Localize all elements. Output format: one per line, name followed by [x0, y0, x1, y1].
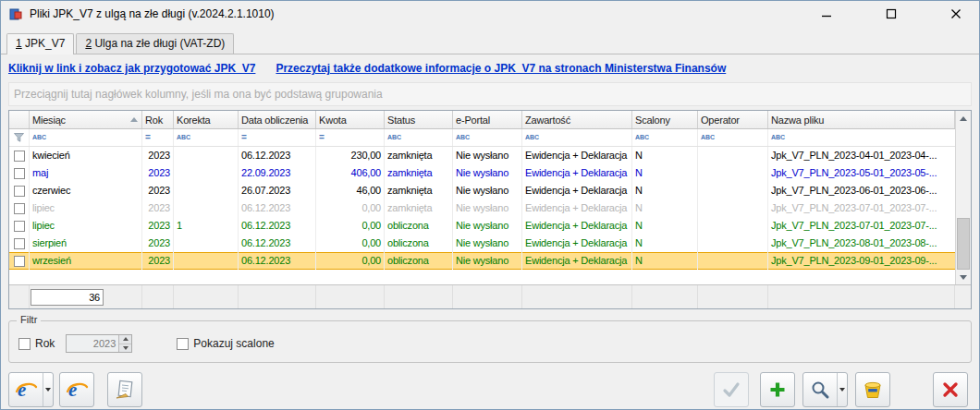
cell-operator [698, 252, 768, 270]
sort-ascending-icon [130, 117, 138, 122]
checkbox-box[interactable] [18, 338, 31, 350]
open-jpk-button[interactable]: e [59, 372, 94, 407]
group-by-panel[interactable]: Przeciągnij tutaj nagłówek kolumny, jeśl… [8, 82, 972, 106]
row-select-cell[interactable] [9, 252, 30, 270]
table-row[interactable]: sierpień202306.12.20230,00obliczonaNie w… [9, 235, 955, 252]
minimize-button[interactable] [813, 4, 840, 24]
column-header-kwota[interactable]: Kwota [316, 111, 385, 128]
scroll-thumb[interactable] [957, 218, 970, 270]
cell-e-portal: Nie wysłano [453, 164, 522, 182]
filter-cell-e-portal[interactable]: ABC [453, 129, 522, 146]
row-checkbox[interactable] [14, 151, 25, 162]
export-jpk-button[interactable]: e [8, 372, 54, 407]
column-header-zawartosc[interactable]: Zawartość [522, 111, 632, 128]
vertical-scrollbar[interactable] [955, 111, 971, 284]
cell-operator [698, 164, 768, 182]
filter-cell-korekta[interactable]: ABC [174, 129, 239, 146]
spin-down-button[interactable] [119, 344, 131, 353]
column-header-korekta[interactable]: Korekta [174, 111, 239, 128]
scroll-track[interactable] [956, 126, 971, 270]
cell-data-obliczenia: 06.12.2023 [239, 199, 316, 217]
row-checkbox[interactable] [14, 256, 25, 267]
filter-cell-kwota[interactable]: = [316, 129, 385, 146]
row-select-cell[interactable] [9, 147, 30, 164]
column-header-status[interactable]: Status [385, 111, 453, 128]
plus-icon [761, 373, 794, 406]
abc-filter-icon: ABC [387, 129, 401, 146]
tab-jpk-v7[interactable]: 1 JPK_V7 [6, 33, 74, 54]
row-checkbox[interactable] [14, 168, 25, 179]
table-row[interactable]: wrzesień202306.12.20230,00obliczonaNie w… [9, 252, 955, 270]
column-title: Kwota [319, 115, 347, 126]
row-select-cell[interactable] [9, 217, 30, 235]
filter-cell-scalony[interactable]: ABC [632, 129, 698, 146]
row-checkbox[interactable] [14, 238, 25, 249]
spin-up-button[interactable] [119, 335, 131, 344]
filter-cell-data-obliczenia[interactable]: = [239, 129, 316, 146]
link-how-to-prepare-jpk[interactable]: Kliknij w link i zobacz jak przygotować … [8, 62, 255, 75]
filter-row-indicator-cell[interactable] [9, 129, 30, 146]
column-header-operator[interactable]: Operator [698, 111, 768, 128]
add-button[interactable] [760, 372, 795, 407]
rok-checkbox-label: Rok [35, 337, 55, 350]
filter-cell-rok[interactable]: = [142, 129, 174, 146]
filter-cell-zawartosc[interactable]: ABC [522, 129, 632, 146]
filter-cell-operator[interactable]: ABC [698, 129, 768, 146]
rok-spinner-value: 2023 [67, 335, 118, 352]
link-ministry-info[interactable]: Przeczytaj także dodatkowe informacje o … [276, 62, 726, 75]
checkbox-box[interactable] [177, 338, 189, 350]
pokazuj-scalone-checkbox[interactable]: Pokazuj scalone [177, 337, 274, 350]
table-row[interactable]: kwiecień202306.12.2023230,00zamkniętaNie… [9, 147, 955, 164]
window: Pliki JPK_V7 z ulgą na złe długi (v.2024… [0, 0, 980, 410]
dropdown-arrow-icon[interactable] [837, 373, 847, 406]
grid-main: MiesiącRokKorektaData obliczeniaKwotaSta… [9, 111, 971, 284]
cell-operator [698, 217, 768, 235]
row-select-cell[interactable] [9, 182, 30, 199]
table-row[interactable]: czerwiec202326.07.202346,00zamkniętaNie … [9, 182, 955, 199]
cell-status: zamknięta [385, 182, 453, 199]
titlebar: Pliki JPK_V7 z ulgą na złe długi (v.2024… [1, 1, 979, 27]
document-pen-icon [108, 373, 141, 406]
column-header-e-portal[interactable]: e-Portal [453, 111, 522, 128]
table-row[interactable]: lipiec2023106.12.20230,00obliczonaNie wy… [9, 217, 955, 235]
svg-text:e: e [68, 379, 77, 401]
row-checkbox[interactable] [14, 186, 25, 197]
cell-rok: 2023 [142, 164, 174, 182]
row-checkbox[interactable] [14, 203, 25, 214]
close-button[interactable] [942, 4, 970, 24]
view-button[interactable] [802, 372, 848, 407]
filter-cell-miesiac[interactable]: ABC [30, 129, 142, 146]
column-header-miesiac[interactable]: Miesiąc [30, 111, 142, 128]
scroll-down-button[interactable] [956, 270, 971, 284]
scroll-up-button[interactable] [956, 111, 971, 126]
rok-spinner[interactable]: 2023 [66, 334, 132, 353]
tab-ulga-vat-zd[interactable]: 2 Ulga na złe długi (VAT-ZD) [76, 33, 234, 54]
row-select-cell[interactable] [9, 199, 30, 217]
export-basket-button[interactable] [855, 372, 890, 407]
column-title: Data obliczenia [241, 115, 308, 126]
column-header-nazwa-pliku[interactable]: Nazwa pliku [768, 111, 955, 128]
table-row[interactable]: maj202322.09.2023406,00zamkniętaNie wysł… [9, 164, 955, 182]
column-header-rok[interactable]: Rok [142, 111, 174, 128]
close-window-button[interactable] [933, 372, 968, 407]
rok-checkbox[interactable]: Rok [18, 337, 55, 350]
row-select-cell[interactable] [9, 235, 30, 252]
column-header-data-obliczenia[interactable]: Data obliczenia [239, 111, 316, 128]
cell-rok: 2023 [142, 199, 174, 217]
cell-zawartosc: Ewidencja + Deklaracja [522, 182, 632, 199]
column-header-scalony[interactable]: Scalony [632, 111, 698, 128]
filter-cell-status[interactable]: ABC [385, 129, 453, 146]
dropdown-arrow-icon[interactable] [43, 373, 53, 406]
tab-label: Ulga na złe długi (VAT-ZD) [92, 37, 225, 50]
send-declaration-button[interactable] [107, 372, 142, 407]
cell-data-obliczenia: 06.12.2023 [239, 217, 316, 235]
equals-filter-icon: = [319, 129, 325, 146]
table-row[interactable]: lipiec202306.12.20230,00zamkniętaNie wys… [9, 199, 955, 217]
row-checkbox[interactable] [14, 221, 25, 232]
accept-button[interactable] [714, 372, 749, 407]
maximize-button[interactable] [877, 4, 905, 24]
filter-cell-nazwa-pliku[interactable]: ABC [768, 129, 955, 146]
row-select-cell[interactable] [9, 164, 30, 182]
column-header-select[interactable] [9, 111, 30, 128]
ie-globe-icon: e [9, 373, 43, 406]
